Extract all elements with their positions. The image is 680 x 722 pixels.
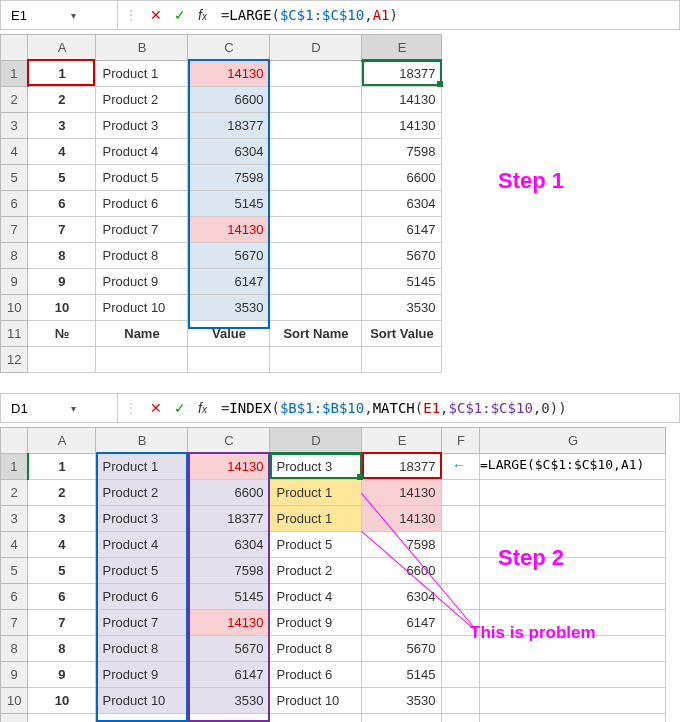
row-header[interactable]: 9	[1, 269, 28, 295]
col-header-f[interactable]: F	[442, 428, 480, 454]
row-header[interactable]: 7	[1, 610, 28, 636]
name-box[interactable]: ▾	[1, 1, 118, 29]
cell[interactable]: 6304	[188, 139, 270, 165]
cell[interactable]: Product 5	[270, 532, 362, 558]
cell[interactable]: 3	[28, 113, 96, 139]
cell[interactable]: 6600	[188, 87, 270, 113]
cell[interactable]: Product 6	[270, 662, 362, 688]
cell[interactable]: 14130	[188, 610, 270, 636]
cell[interactable]	[480, 714, 666, 723]
row-header[interactable]: 1	[1, 454, 28, 480]
cell[interactable]: Product 4	[96, 532, 188, 558]
cell[interactable]: 6147	[362, 610, 442, 636]
cell[interactable]: 7	[28, 217, 96, 243]
cell[interactable]: Product 8	[96, 243, 188, 269]
cell[interactable]: Product 3	[96, 506, 188, 532]
cell[interactable]: Name	[96, 714, 188, 723]
cell[interactable]	[480, 480, 666, 506]
cell[interactable]: 7	[28, 610, 96, 636]
row-header[interactable]: 8	[1, 636, 28, 662]
cell[interactable]	[480, 688, 666, 714]
cell[interactable]: 6	[28, 584, 96, 610]
cell[interactable]: 18377	[188, 113, 270, 139]
cell[interactable]: 2	[28, 480, 96, 506]
col-header-e[interactable]: E	[362, 428, 442, 454]
fx-icon[interactable]: fx	[192, 7, 213, 23]
cell[interactable]: 6600	[362, 165, 442, 191]
cell[interactable]	[442, 480, 480, 506]
cell[interactable]: Product 8	[96, 636, 188, 662]
cell[interactable]: 6600	[188, 480, 270, 506]
row-header[interactable]: 6	[1, 584, 28, 610]
cell[interactable]: 6147	[362, 217, 442, 243]
cell[interactable]: 6147	[188, 269, 270, 295]
cell[interactable]: Product 2	[96, 480, 188, 506]
cell[interactable]: 5670	[362, 636, 442, 662]
cell[interactable]	[28, 347, 96, 373]
cell[interactable]: 6304	[188, 532, 270, 558]
col-header-g[interactable]: G	[480, 428, 666, 454]
cell[interactable]: 5145	[188, 584, 270, 610]
formula-input[interactable]: =INDEX($B$1:$B$10,MATCH(E1,$C$1:$C$10,0)…	[213, 400, 679, 416]
cell[interactable]	[270, 87, 362, 113]
row-header[interactable]: 10	[1, 295, 28, 321]
fx-icon[interactable]: fx	[192, 400, 213, 416]
cell[interactable]: 14130	[188, 454, 270, 480]
cell[interactable]	[270, 295, 362, 321]
col-header-c[interactable]: C	[188, 35, 270, 61]
cell[interactable]	[270, 165, 362, 191]
cell[interactable]	[270, 269, 362, 295]
cell[interactable]: 5145	[188, 191, 270, 217]
cell[interactable]: 18377	[188, 506, 270, 532]
cell[interactable]	[442, 688, 480, 714]
row-header[interactable]: 10	[1, 688, 28, 714]
cell[interactable]: 1	[28, 454, 96, 480]
cell[interactable]: 3530	[362, 688, 442, 714]
cancel-icon[interactable]: ✕	[144, 7, 168, 23]
cell[interactable]: 5670	[188, 243, 270, 269]
cell[interactable]: Product 6	[96, 584, 188, 610]
cell[interactable]: 5670	[188, 636, 270, 662]
cell[interactable]: Name	[96, 321, 188, 347]
cell[interactable]: Product 3	[96, 113, 188, 139]
cell[interactable]: 7598	[362, 139, 442, 165]
cell[interactable]: Product 9	[96, 662, 188, 688]
row-header[interactable]: 3	[1, 113, 28, 139]
row-header[interactable]: 11	[1, 714, 28, 723]
formula-input[interactable]: =LARGE($C$1:$C$10,A1)	[213, 7, 679, 23]
cell[interactable]: Product 1	[96, 454, 188, 480]
cell[interactable]: 10	[28, 688, 96, 714]
cell[interactable]: 8	[28, 243, 96, 269]
cell[interactable]: Product 10	[96, 295, 188, 321]
cell[interactable]: Sort Name	[270, 714, 362, 723]
cell[interactable]: 9	[28, 662, 96, 688]
cell[interactable]: 14130	[362, 87, 442, 113]
cell[interactable]	[480, 584, 666, 610]
col-header-b[interactable]: B	[96, 35, 188, 61]
cell[interactable]: 5	[28, 165, 96, 191]
select-all-corner[interactable]	[1, 35, 28, 61]
row-header[interactable]: 5	[1, 165, 28, 191]
cell[interactable]	[480, 662, 666, 688]
cell[interactable]: 5670	[362, 243, 442, 269]
cell[interactable]: 14130	[188, 217, 270, 243]
cell[interactable]	[442, 662, 480, 688]
col-header-b[interactable]: B	[96, 428, 188, 454]
col-header-c[interactable]: C	[188, 428, 270, 454]
cell[interactable]: Product 1	[96, 61, 188, 87]
cell[interactable]	[270, 191, 362, 217]
cell[interactable]: 6	[28, 191, 96, 217]
cell[interactable]: 1	[28, 61, 96, 87]
cell[interactable]: 2	[28, 87, 96, 113]
cell[interactable]: Sort Name	[270, 321, 362, 347]
cell[interactable]: Product 9	[270, 610, 362, 636]
cell[interactable]: 9	[28, 269, 96, 295]
cell[interactable]: Product 2	[96, 87, 188, 113]
cell[interactable]: 7598	[188, 165, 270, 191]
cell[interactable]: 14130	[362, 113, 442, 139]
cell[interactable]: Product 4	[96, 139, 188, 165]
cell[interactable]: Product 3	[270, 454, 362, 480]
row-header[interactable]: 6	[1, 191, 28, 217]
cell[interactable]: 14130	[188, 61, 270, 87]
cell[interactable]: 14130	[362, 480, 442, 506]
